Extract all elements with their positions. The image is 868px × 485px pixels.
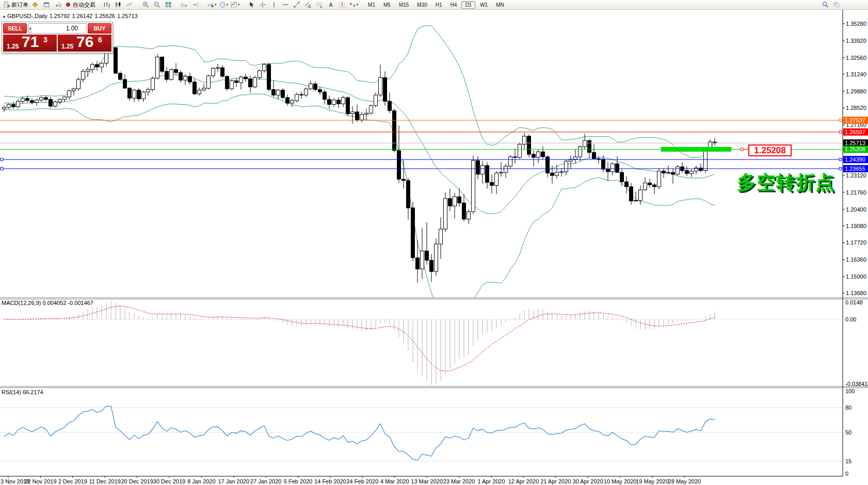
templates-button[interactable]: ▾	[229, 1, 241, 9]
templates-icon	[230, 1, 237, 8]
text-label-button[interactable]	[336, 1, 348, 9]
ohlc-expand-icon[interactable]: ▴	[3, 14, 5, 19]
profile-button[interactable]	[29, 1, 41, 9]
svg-text:1.21760: 1.21760	[846, 189, 866, 196]
auto-scroll-button[interactable]	[179, 1, 190, 9]
volume-decrease-button[interactable]: ▼	[28, 24, 32, 33]
arrows-button[interactable]: ▾	[348, 1, 360, 9]
svg-text:5 Feb 2020: 5 Feb 2020	[284, 478, 313, 484]
search-button[interactable]	[819, 1, 831, 9]
crosshair-button[interactable]	[257, 1, 268, 9]
svg-text:1 Apr 2020: 1 Apr 2020	[477, 478, 505, 484]
indicators-button[interactable]: ▾	[206, 1, 218, 9]
trend-segment[interactable]	[661, 147, 732, 152]
timeframe-h1[interactable]: H1	[432, 1, 446, 9]
buy-price-box[interactable]: 1.25 76 6	[58, 35, 111, 52]
horizontal-price-lines[interactable]	[0, 119, 843, 170]
callout-anchor	[741, 148, 748, 151]
toolbar-separator	[243, 2, 244, 8]
svg-text:14 Feb 2020: 14 Feb 2020	[314, 478, 346, 484]
new-order-button[interactable]: 新订单	[2, 1, 29, 9]
svg-text:4 Mar 2020: 4 Mar 2020	[380, 478, 409, 484]
rsi-panel	[0, 406, 843, 461]
macd-label-row: MACD(12,26,9) 0.004052 -0.001467	[2, 300, 93, 306]
chart-window-icon	[43, 1, 50, 8]
equidistant-channel-button[interactable]	[302, 1, 314, 9]
sell-button[interactable]: SELL	[3, 23, 27, 34]
bar-chart-type-button[interactable]	[101, 1, 112, 9]
zoom-out-button[interactable]	[151, 1, 163, 9]
svg-text:22 Nov 2019: 22 Nov 2019	[24, 478, 56, 484]
timeframe-m5[interactable]: M5	[380, 1, 394, 9]
toolbar-separator	[203, 2, 204, 8]
timeframe-d1[interactable]: D1	[461, 1, 475, 9]
svg-text:1.19080: 1.19080	[846, 223, 866, 229]
svg-text:100: 100	[845, 388, 855, 394]
line-chart-type-button[interactable]	[124, 1, 135, 9]
cursor-button[interactable]	[246, 1, 257, 9]
timeframe-m15[interactable]: M15	[395, 1, 412, 9]
sell-price-sup: 3	[43, 36, 47, 44]
timeframe-w1[interactable]: W1	[476, 1, 491, 9]
svg-text:1.16360: 1.16360	[846, 256, 866, 263]
macd-value: 0.004052	[42, 300, 66, 306]
date-axis: 3 Nov 201922 Nov 20192 Dec 201911 Dec 20…	[1, 476, 701, 484]
horizontal-line-button[interactable]	[280, 1, 291, 9]
chart-title-row: ▴ GBPUSD-,Daily 1.25792 1.26142 1.25526 …	[3, 13, 138, 19]
trendline-button[interactable]	[291, 1, 302, 9]
timeframe-h4[interactable]: H4	[447, 1, 461, 9]
svg-text:1.13680: 1.13680	[846, 290, 866, 296]
chat-icon	[833, 1, 840, 8]
chevron-down-icon[interactable]: ▾	[238, 3, 240, 7]
chart-window-button[interactable]	[41, 1, 52, 9]
timeframe-m30[interactable]: M30	[413, 1, 430, 9]
price-callout-label[interactable]: 1.25208	[748, 144, 792, 156]
chart-canvas[interactable]: 0.01480.00-0.03841510080501501.352801.33…	[0, 10, 868, 485]
timeframe-m1[interactable]: M1	[364, 1, 379, 9]
svg-text:1.26597: 1.26597	[845, 129, 865, 135]
toolbar-separator	[137, 2, 138, 8]
svg-text:1.24390: 1.24390	[845, 156, 865, 163]
svg-text:24 Feb 2020: 24 Feb 2020	[347, 478, 379, 484]
chevron-down-icon[interactable]: ▾	[227, 3, 229, 7]
volume-input[interactable]	[32, 24, 87, 33]
svg-text:1.23120: 1.23120	[846, 172, 866, 179]
zoom-in-button[interactable]	[140, 1, 151, 9]
svg-text:15: 15	[845, 458, 851, 464]
candlestick-chart-type-button[interactable]	[112, 1, 124, 9]
text-button[interactable]	[325, 1, 336, 9]
turning-point-annotation[interactable]: 多空转折点	[737, 170, 835, 196]
svg-text:1.25713: 1.25713	[845, 140, 865, 146]
svg-text:-0.038415: -0.038415	[845, 381, 868, 387]
profile-icon	[31, 1, 39, 8]
sell-price-box[interactable]: 1.25 71 3	[3, 35, 57, 52]
chat-button[interactable]	[831, 1, 842, 9]
crosshair-icon	[259, 1, 266, 8]
chevron-down-icon[interactable]: ▾	[215, 3, 217, 7]
fibonacci-button[interactable]	[314, 1, 325, 9]
svg-text:1.25208: 1.25208	[845, 146, 865, 152]
toolbar-separator	[99, 2, 99, 8]
autotrade-button[interactable]: 自动交易	[63, 1, 97, 9]
tile-windows-button[interactable]	[163, 1, 174, 9]
auto-scroll-icon	[181, 1, 188, 8]
rsi-label-row: RSI(14) 66.2174	[2, 389, 43, 395]
vertical-line-button[interactable]	[268, 1, 280, 9]
svg-text:0.0148: 0.0148	[845, 299, 863, 305]
timeframe-group: M1M5M15M30H1H4D1W1MN	[364, 1, 508, 9]
chevron-down-icon[interactable]: ▾	[357, 3, 359, 7]
svg-text:1.31240: 1.31240	[846, 71, 866, 77]
signals-button[interactable]	[52, 1, 63, 9]
buy-button[interactable]: BUY	[88, 23, 111, 34]
chart-shift-button[interactable]	[190, 1, 201, 9]
price-axis: 1.352801.339201.325601.312401.298801.285…	[0, 10, 866, 476]
toolbar-separator	[361, 2, 362, 8]
timeframe-mn[interactable]: MN	[492, 1, 508, 9]
chart-area[interactable]: 0.01480.00-0.03841510080501501.352801.33…	[0, 10, 868, 485]
svg-text:12 Apr 2020: 12 Apr 2020	[508, 478, 539, 484]
svg-text:30 Dec 2019: 30 Dec 2019	[153, 478, 185, 484]
panel-separators[interactable]	[0, 298, 868, 388]
periods-button[interactable]: ▾	[218, 1, 230, 9]
autotrade-icon	[65, 1, 72, 8]
trendline-icon	[293, 1, 300, 8]
